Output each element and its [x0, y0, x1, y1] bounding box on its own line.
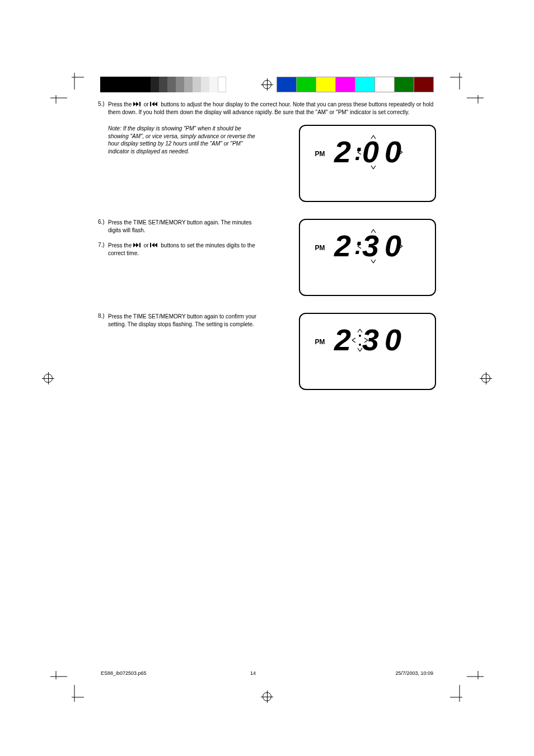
svg-text:0: 0: [385, 323, 401, 356]
skip-backward-icon: [150, 101, 159, 107]
svg-point-11: [359, 344, 361, 346]
svg-point-10: [359, 335, 361, 337]
cropmark-bottom-left: [50, 671, 84, 703]
step-text: Press the or buttons to adjust the hour …: [108, 101, 436, 116]
footer-filename: ES88_ib072503.p65: [101, 670, 147, 676]
step-6: 6.) Press the TIME SET/MEMORY button aga…: [98, 219, 260, 234]
registration-mark-right: [480, 372, 492, 384]
page-content: 5.) Press the or buttons to adjust the h…: [98, 101, 436, 666]
step-number: 7.): [98, 242, 108, 248]
registration-mark-left: [42, 372, 54, 384]
svg-text:3: 3: [362, 323, 379, 356]
footer-date: 25/7/2003, 10:09: [395, 670, 433, 676]
svg-text:2: 2: [334, 229, 351, 262]
step-text: Press the TIME SET/MEMORY button again t…: [108, 313, 260, 328]
time-display: 2 : 0 0: [331, 134, 420, 173]
step-5: 5.) Press the or buttons to adjust the h…: [98, 101, 436, 116]
skip-forward-icon: [133, 242, 142, 248]
step-number: 6.): [98, 219, 108, 225]
footer-page-number: 14: [250, 670, 284, 676]
time-display: 2 3 0: [331, 322, 420, 361]
step-number: 8.): [98, 313, 108, 319]
step-7: 7.) Press the or buttons to set the minu…: [98, 242, 260, 257]
print-footer: ES88_ib072503.p65 14 25/7/2003, 10:09: [101, 670, 433, 676]
pm-indicator: PM: [315, 150, 325, 158]
step-8: 8.) Press the TIME SET/MEMORY button aga…: [98, 313, 260, 328]
svg-text:0: 0: [385, 135, 401, 168]
skip-forward-icon: [133, 101, 142, 107]
cropmark-bottom-right: [450, 671, 484, 703]
display-box-3: PM 2 3 0: [299, 313, 436, 390]
skip-backward-icon: [150, 242, 159, 248]
hour-digit: 2: [334, 135, 351, 168]
time-display: 2 : 3 0: [331, 228, 420, 267]
svg-text:0: 0: [362, 135, 379, 168]
svg-text:3: 3: [362, 229, 379, 262]
step-text: Press the or buttons to set the minutes …: [108, 242, 260, 257]
color-colorbar: [277, 77, 434, 92]
cropmark-top-left: [50, 73, 84, 105]
cropmark-top-right: [450, 73, 484, 105]
grayscale-colorbar: [100, 77, 226, 92]
step-text: Press the TIME SET/MEMORY button again. …: [108, 219, 260, 234]
step-number: 5.): [98, 101, 108, 107]
pm-indicator: PM: [315, 338, 325, 346]
svg-text:0: 0: [385, 229, 401, 262]
svg-text:2: 2: [334, 323, 351, 356]
display-box-2: PM 2 : 3 0: [299, 219, 436, 296]
pm-indicator: PM: [315, 244, 325, 252]
display-box-1: PM 2 : 0 0: [299, 125, 436, 202]
registration-mark-top: [261, 78, 273, 91]
step-5-note: Note: If the display is showing "PM" whe…: [98, 125, 260, 155]
registration-mark-bottom: [261, 691, 273, 703]
